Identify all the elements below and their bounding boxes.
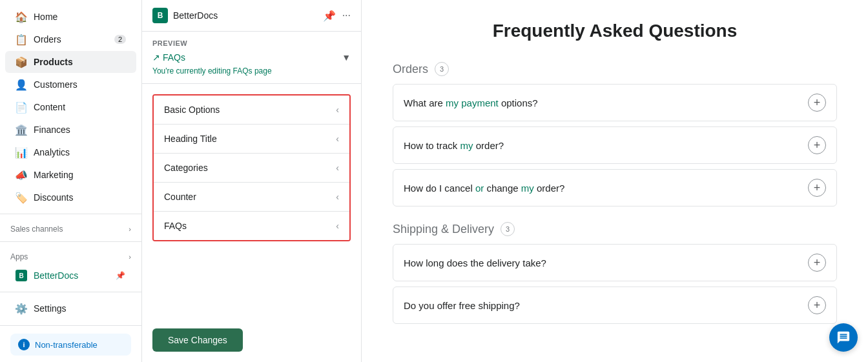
chevron-left-icon-4: ‹: [336, 192, 339, 202]
non-transferable-label: Non-transferable: [35, 340, 98, 350]
faq-category-title-orders: Orders: [393, 63, 428, 76]
sidebar-item-label: Discounts: [34, 192, 73, 203]
app-logo: B: [152, 8, 168, 23]
faq-category-header-shipping: Shipping & Delivery 3: [393, 222, 837, 236]
app-header-right: 📌 ···: [323, 10, 351, 22]
faq-expand-button-4[interactable]: +: [808, 254, 826, 272]
sidebar-item-finances[interactable]: 🏛️ Finances: [5, 119, 136, 141]
analytics-icon: 📊: [16, 146, 27, 158]
editor-footer: Save Changes: [142, 318, 361, 362]
preview-label: PREVIEW: [152, 39, 351, 47]
betterdocs-icon: B: [16, 270, 27, 281]
faq-category-orders: Orders 3 What are my payment options? + …: [393, 62, 837, 206]
editing-note: You're currently editing FAQs page: [152, 66, 351, 75]
sidebar-item-settings[interactable]: ⚙️ Settings: [5, 297, 136, 319]
faq-item-5: Do you offer free shipping? +: [393, 287, 837, 324]
option-label: Basic Options: [164, 105, 220, 115]
faq-expand-button-5[interactable]: +: [808, 296, 826, 314]
faq-expand-button[interactable]: +: [808, 94, 826, 112]
sidebar-item-home[interactable]: 🏠 Home: [5, 6, 136, 28]
option-faqs[interactable]: FAQs ‹: [154, 212, 349, 240]
highlight-3: or: [475, 183, 484, 194]
editing-note-prefix: You're currently editing: [152, 66, 233, 75]
chevron-left-icon-2: ‹: [336, 134, 339, 144]
editing-page: FAQs page: [233, 66, 272, 75]
sidebar-item-label: Orders: [34, 34, 61, 45]
option-label: Categories: [164, 163, 208, 173]
sidebar-item-label: Customers: [34, 79, 78, 90]
dropdown-button[interactable]: ▼: [342, 52, 351, 63]
chevron-left-icon-5: ‹: [336, 221, 339, 231]
faq-category-shipping: Shipping & Delivery 3 How long does the …: [393, 222, 837, 324]
faq-category-header-orders: Orders 3: [393, 62, 837, 76]
pin-icon-header[interactable]: 📌: [323, 10, 336, 22]
settings-label: Settings: [34, 303, 67, 314]
marketing-icon: 📣: [16, 169, 27, 181]
faq-item-text-3: How do I cancel or change my order?: [404, 183, 564, 194]
faq-item-text-2: How to track my order?: [404, 140, 504, 151]
option-label: Counter: [164, 192, 196, 202]
chevron-right-icon: ›: [129, 225, 131, 233]
sidebar-item-customers[interactable]: 👤 Customers: [5, 74, 136, 96]
editor-panel: B BetterDocs 📌 ··· PREVIEW ↗ FAQs ▼ You'…: [142, 0, 362, 362]
option-categories[interactable]: Categories ‹: [154, 154, 349, 183]
faq-item-text-4: How long does the delivery take?: [404, 257, 546, 268]
sidebar-item-label: Finances: [34, 125, 70, 135]
settings-icon: ⚙️: [16, 303, 27, 314]
app-name: BetterDocs: [173, 10, 218, 21]
sidebar-item-betterdocs[interactable]: B BetterDocs 📌: [5, 265, 136, 287]
option-label: Heading Title: [164, 134, 217, 144]
preview-link-row: ↗ FAQs ▼: [152, 52, 351, 63]
more-options-icon[interactable]: ···: [342, 10, 351, 21]
save-changes-button[interactable]: Save Changes: [152, 328, 243, 352]
chat-bubble-button[interactable]: [829, 323, 858, 352]
sidebar-section-apps[interactable]: Apps ›: [0, 247, 141, 264]
highlight-4: my: [521, 183, 534, 194]
editor-header: PREVIEW ↗ FAQs ▼ You're currently editin…: [142, 32, 361, 84]
sidebar-item-label: Products: [34, 57, 73, 67]
sidebar-divider: [0, 214, 141, 214]
option-label: FAQs: [164, 221, 187, 231]
chevron-left-icon: ‹: [336, 105, 339, 115]
content-icon: 📄: [16, 101, 27, 113]
non-transferable-badge[interactable]: i Non-transferable: [10, 334, 131, 356]
sidebar-item-products[interactable]: 📦 Products: [5, 51, 136, 73]
home-icon: 🏠: [16, 11, 27, 23]
app-header: B BetterDocs 📌 ···: [142, 0, 361, 32]
option-heading-title[interactable]: Heading Title ‹: [154, 125, 349, 154]
preview-link-text: FAQs: [163, 52, 185, 63]
faq-expand-button-2[interactable]: +: [808, 136, 826, 154]
preview-link[interactable]: ↗ FAQs: [152, 52, 185, 63]
sidebar-divider-3: [0, 292, 141, 292]
faq-count-badge-shipping: 3: [501, 222, 515, 236]
sidebar-item-content[interactable]: 📄 Content: [5, 96, 136, 118]
faq-item-2: How to track my order? +: [393, 126, 837, 164]
highlight: payment: [461, 97, 499, 108]
sidebar-item-label: Content: [34, 102, 65, 112]
sidebar-section-sales-channels[interactable]: Sales channels ›: [0, 219, 141, 236]
faq-item-text-5: Do you offer free shipping?: [404, 300, 520, 311]
sidebar-item-marketing[interactable]: 📣 Marketing: [5, 164, 136, 186]
sales-channels-label: Sales channels: [10, 225, 63, 234]
faq-item-3: How do I cancel or change my order? +: [393, 169, 837, 206]
info-icon: i: [18, 339, 30, 350]
faq-expand-button-3[interactable]: +: [808, 179, 826, 197]
sidebar-item-discounts[interactable]: 🏷️ Discounts: [5, 186, 136, 208]
sidebar-item-orders[interactable]: 📋 Orders 2: [5, 28, 136, 50]
chevron-left-icon-3: ‹: [336, 163, 339, 173]
products-icon: 📦: [16, 56, 27, 68]
chevron-right-icon-2: ›: [129, 253, 131, 261]
faq-item-text: What are my payment options?: [404, 97, 538, 108]
sidebar-bottom: i Non-transferable: [0, 325, 141, 362]
betterdocs-label: BetterDocs: [34, 270, 78, 281]
faq-main-title: Frequently Asked Questions: [393, 21, 837, 41]
sidebar-item-label: Home: [34, 12, 57, 22]
sidebar-item-analytics[interactable]: 📊 Analytics: [5, 141, 136, 163]
sidebar: 🏠 Home 📋 Orders 2 📦 Products 👤 Customers…: [0, 0, 142, 362]
faq-count-badge-orders: 3: [435, 62, 449, 76]
highlight-2: my: [460, 140, 473, 151]
option-basic-options[interactable]: Basic Options ‹: [154, 96, 349, 125]
option-counter[interactable]: Counter ‹: [154, 183, 349, 212]
sidebar-item-label: Analytics: [34, 147, 70, 157]
external-link-icon: ↗: [152, 52, 160, 63]
